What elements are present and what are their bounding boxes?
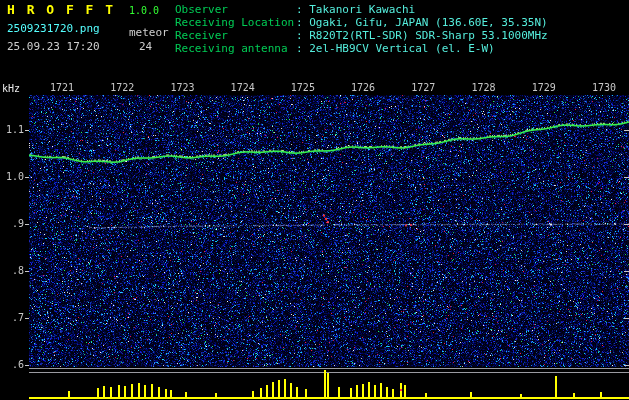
y-tick-label: .9 (0, 218, 24, 229)
info-line: Receiver: R820T2(RTL-SDR) SDR-Sharp 53.1… (175, 29, 548, 42)
info-value: : 2el-HB9CV Vertical (el. E-W) (296, 42, 495, 55)
x-tick-label: 1725 (287, 82, 319, 93)
y-axis-unit: kHz (2, 83, 20, 94)
filename: 2509231720.png (7, 22, 100, 35)
x-tick-label: 1724 (227, 82, 259, 93)
hrofft-screen: H R O F F T 1.0.0 2509231720.png meteor … (0, 0, 629, 400)
y-tick-label: .7 (0, 312, 24, 323)
y-tick-label: 1.1 (0, 124, 24, 135)
count-value: 24 (139, 40, 152, 53)
y-tick-label: .8 (0, 265, 24, 276)
info-line: Receiving antenna: 2el-HB9CV Vertical (e… (175, 42, 548, 55)
app-version: 1.0.0 (129, 5, 159, 16)
x-tick-label: 1728 (468, 82, 500, 93)
info-value: : Takanori Kawachi (296, 3, 415, 16)
x-tick-label: 1723 (166, 82, 198, 93)
x-tick-label: 1722 (106, 82, 138, 93)
app-title: H R O F F T (7, 2, 115, 17)
spectrogram-canvas (0, 0, 629, 400)
y-tick-label: 1.0 (0, 171, 24, 182)
info-label: Receiving antenna (175, 42, 296, 55)
x-tick-label: 1727 (407, 82, 439, 93)
mode-label: meteor (129, 26, 169, 39)
info-label: Receiver (175, 29, 296, 42)
timestamp: 25.09.23 17:20 (7, 40, 100, 53)
info-value: : Ogaki, Gifu, JAPAN (136.60E, 35.35N) (296, 16, 548, 29)
info-line: Observer: Takanori Kawachi (175, 3, 548, 16)
info-label: Observer (175, 3, 296, 16)
x-tick-label: 1721 (46, 82, 78, 93)
station-info: Observer: Takanori KawachiReceiving Loca… (175, 3, 548, 55)
x-tick-label: 1730 (588, 82, 620, 93)
x-tick-label: 1729 (528, 82, 560, 93)
x-tick-label: 1726 (347, 82, 379, 93)
y-tick-label: .6 (0, 359, 24, 370)
info-label: Receiving Location (175, 16, 296, 29)
info-line: Receiving Location: Ogaki, Gifu, JAPAN (… (175, 16, 548, 29)
info-value: : R820T2(RTL-SDR) SDR-Sharp 53.1000MHz (296, 29, 548, 42)
